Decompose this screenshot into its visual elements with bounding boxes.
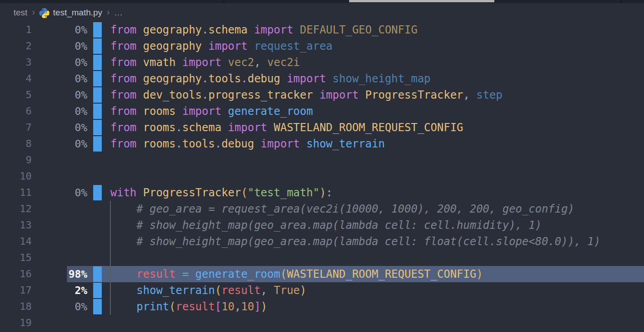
coverage-percent: 0% xyxy=(32,185,87,201)
code-line[interactable]: 50%from dev_tools.progress_tracker impor… xyxy=(0,87,644,103)
code-token: generate_room xyxy=(195,268,280,280)
line-number[interactable]: 5 xyxy=(0,87,32,103)
code-text[interactable]: from rooms import generate_room xyxy=(110,103,313,119)
breadcrumb-folder[interactable]: test xyxy=(14,8,28,18)
line-number[interactable]: 3 xyxy=(0,54,32,71)
coverage-gutter xyxy=(87,103,110,119)
top-scrollbar-thumb[interactable] xyxy=(349,0,494,2)
code-text[interactable]: from vmath import vec2, vec2i xyxy=(110,54,300,71)
code-token xyxy=(222,105,228,118)
code-token: ( xyxy=(280,268,287,280)
code-token: "test_math" xyxy=(247,186,319,199)
code-token xyxy=(137,72,143,85)
coverage-gutter xyxy=(87,185,110,201)
coverage-percent xyxy=(32,201,87,217)
code-text[interactable]: from rooms.schema import WASTELAND_ROOM_… xyxy=(110,119,463,136)
code-token: show_terrain xyxy=(307,138,385,150)
line-number[interactable]: 14 xyxy=(0,233,32,250)
code-text[interactable]: # show_height_map(geo_area.map(lambda ce… xyxy=(110,233,601,250)
line-number[interactable]: 12 xyxy=(0,201,32,217)
code-text[interactable]: from geography.schema import DEFAULT_GEO… xyxy=(110,22,417,38)
code-text[interactable]: result = generate_room(WASTELAND_ROOM_RE… xyxy=(110,266,483,282)
line-number[interactable]: 6 xyxy=(0,103,32,119)
code-token: import xyxy=(287,72,326,85)
code-token xyxy=(202,40,208,52)
code-text[interactable]: # show_height_map(geo_area.map(lambda ce… xyxy=(110,217,542,233)
code-token: debug xyxy=(247,72,280,85)
code-token: vec2i xyxy=(267,56,300,69)
line-number[interactable]: 19 xyxy=(0,315,32,331)
line-number[interactable]: 13 xyxy=(0,217,32,233)
code-text[interactable]: print(result[10,10]) xyxy=(110,299,267,315)
code-token xyxy=(137,186,143,199)
coverage-gutter xyxy=(87,54,110,71)
code-line[interactable]: 13 # show_height_map(geo_area.map(lambda… xyxy=(0,217,644,233)
code-line[interactable]: 70%from rooms.schema import WASTELAND_RO… xyxy=(0,119,644,136)
code-line[interactable]: 20%from geography import request_area xyxy=(0,38,644,54)
code-token: . xyxy=(202,89,208,101)
code-line[interactable]: 30%from vmath import vec2, vec2i xyxy=(0,54,644,71)
line-number[interactable]: 8 xyxy=(0,136,32,152)
line-number[interactable]: 18 xyxy=(0,299,32,315)
coverage-block xyxy=(93,266,102,282)
code-token: import xyxy=(228,121,267,134)
line-number[interactable]: 9 xyxy=(0,152,32,168)
coverage-gutter xyxy=(87,233,110,250)
coverage-block xyxy=(93,87,102,103)
code-line[interactable]: 1698% result = generate_room(WASTELAND_R… xyxy=(0,266,644,282)
code-token: . xyxy=(215,138,221,150)
code-token: import xyxy=(260,138,300,150)
code-token: ) xyxy=(300,284,306,297)
line-number[interactable]: 17 xyxy=(0,282,32,299)
code-text[interactable]: from geography.tools.debug import show_h… xyxy=(110,71,431,87)
coverage-percent: 0% xyxy=(32,103,87,119)
code-line[interactable]: 40%from geography.tools.debug import sho… xyxy=(0,71,644,87)
line-number[interactable]: 11 xyxy=(0,185,32,201)
line-number[interactable]: 16 xyxy=(0,266,32,282)
code-text[interactable]: from geography import request_area xyxy=(110,38,332,54)
line-number[interactable]: 1 xyxy=(0,22,32,38)
line-number[interactable]: 4 xyxy=(0,71,32,87)
code-text[interactable]: from dev_tools.progress_tracker import P… xyxy=(110,87,502,103)
coverage-percent xyxy=(32,152,87,168)
code-line[interactable]: 19 xyxy=(0,315,644,331)
code-token: from xyxy=(110,89,137,101)
tab-divider xyxy=(621,0,622,3)
code-token xyxy=(300,138,306,150)
code-text[interactable]: show_terrain(result, True) xyxy=(110,282,307,299)
code-line[interactable]: 172% show_terrain(result, True) xyxy=(0,282,644,299)
code-line[interactable]: 14 # show_height_map(geo_area.map(lambda… xyxy=(0,233,644,250)
code-token: show_terrain xyxy=(137,284,215,297)
code-token: WASTELAND_ROOM_REQUEST_CONFIG xyxy=(287,268,476,280)
line-number[interactable]: 7 xyxy=(0,119,32,136)
breadcrumb-ellipsis[interactable]: ... xyxy=(114,8,123,18)
code-token xyxy=(254,138,260,150)
code-token xyxy=(470,89,476,101)
code-line[interactable]: 80%from rooms.tools.debug import show_te… xyxy=(0,136,644,152)
breadcrumb-file[interactable]: test_math.py xyxy=(53,8,102,18)
line-number[interactable]: 2 xyxy=(0,38,32,54)
code-token: , xyxy=(463,89,469,101)
code-line[interactable]: 180% print(result[10,10]) xyxy=(0,299,644,315)
code-line[interactable]: 110%with ProgressTracker("test_math"): xyxy=(0,185,644,201)
code-line[interactable]: 12 # geo_area = request_area(vec2i(10000… xyxy=(0,201,644,217)
code-text[interactable]: with ProgressTracker("test_math"): xyxy=(110,185,332,201)
code-token: ( xyxy=(169,300,175,313)
code-line[interactable]: 15 xyxy=(0,250,644,266)
coverage-gutter xyxy=(87,22,110,38)
code-token: schema xyxy=(182,121,222,134)
code-line[interactable]: 60%from rooms import generate_room xyxy=(0,103,644,119)
code-line[interactable]: 9 xyxy=(0,152,644,168)
code-token: progress_tracker xyxy=(208,89,313,101)
code-token: generate_room xyxy=(228,105,313,118)
code-line[interactable]: 10%from geography.schema import DEFAULT_… xyxy=(0,22,644,38)
line-number[interactable]: 15 xyxy=(0,250,32,266)
code-token: ) xyxy=(319,186,326,199)
code-token: ( xyxy=(241,186,247,199)
code-token xyxy=(137,24,143,36)
code-token: vec2 xyxy=(228,56,254,69)
line-number[interactable]: 10 xyxy=(0,168,32,185)
code-text[interactable]: # geo_area = request_area(vec2i(10000, 1… xyxy=(110,201,574,217)
code-line[interactable]: 10 xyxy=(0,168,644,185)
code-text[interactable]: from rooms.tools.debug import show_terra… xyxy=(110,136,385,152)
